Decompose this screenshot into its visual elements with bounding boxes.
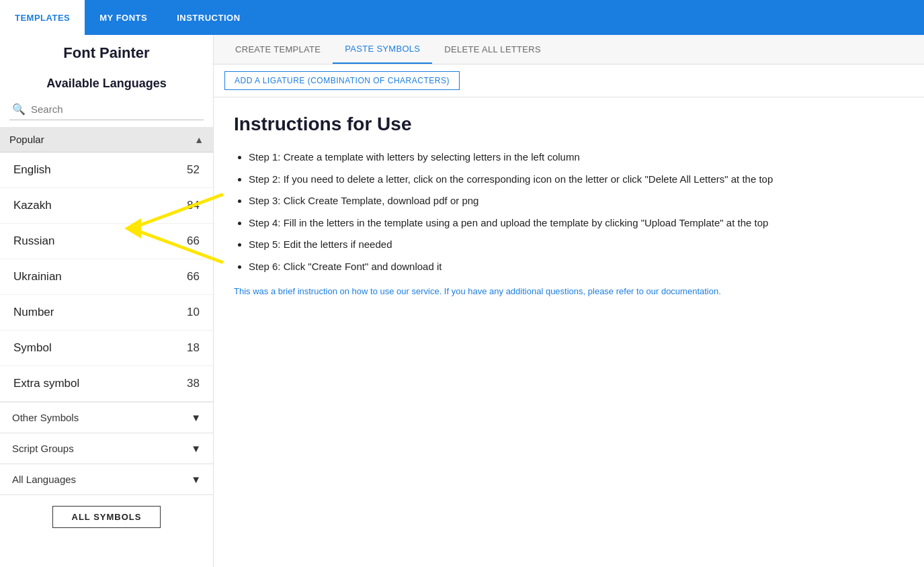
step-4: Step 4: Fill in the letters in the templ… [249, 216, 904, 231]
other-symbols-label: Other Symbols [12, 412, 79, 423]
lang-item-english[interactable]: English 52 [0, 152, 213, 188]
other-symbols-row[interactable]: Other Symbols ▼ [0, 402, 213, 433]
ligature-button[interactable]: ADD A LIGATURE (COMBINATION OF CHARACTER… [224, 71, 460, 90]
step-6: Step 6: Click "Create Font" and download… [249, 259, 904, 275]
lang-count-number: 10 [187, 306, 200, 319]
all-languages-row[interactable]: All Languages ▼ [0, 464, 213, 494]
chevron-up-icon: ▲ [194, 134, 204, 145]
all-languages-label: All Languages [12, 474, 76, 485]
lang-count-symbol: 18 [187, 341, 200, 355]
lang-item-symbol[interactable]: Symbol 18 [0, 331, 213, 366]
sidebar: Font Painter Available Languages 🔍 Popul… [0, 35, 214, 567]
main-content: CREATE TEMPLATE PASTE SYMBOLS DELETE ALL… [214, 35, 924, 567]
lang-count-english: 52 [187, 163, 200, 177]
lang-count-ukrainian: 66 [187, 270, 200, 284]
all-symbols-btn-container: ALL SYMBOLS [0, 494, 213, 537]
lang-item-russian[interactable]: Russian 66 [0, 224, 213, 259]
footer-note: This was a brief instruction on how to u… [234, 286, 904, 296]
nav-tab-myfonts[interactable]: MY FONTS [85, 0, 162, 35]
search-icon: 🔍 [12, 103, 26, 116]
search-box: 🔍 [9, 99, 204, 120]
lang-name-extra-symbol: Extra symbol [13, 377, 79, 390]
chevron-down-icon-all: ▼ [191, 474, 201, 485]
nav-tab-templates[interactable]: TEMPLATES [0, 0, 85, 35]
all-symbols-button[interactable]: ALL SYMBOLS [52, 506, 161, 528]
main-layout: Font Painter Available Languages 🔍 Popul… [0, 35, 924, 567]
sub-nav: CREATE TEMPLATE PASTE SYMBOLS DELETE ALL… [214, 35, 924, 64]
lang-name-ukrainian: Ukrainian [13, 270, 62, 284]
tab-paste-symbols[interactable]: PASTE SYMBOLS [333, 35, 432, 64]
lang-count-kazakh: 84 [187, 199, 200, 212]
script-groups-label: Script Groups [12, 443, 74, 454]
tab-delete-all-letters[interactable]: DELETE ALL LETTERS [432, 35, 553, 64]
step-3: Step 3: Click Create Template, download … [249, 193, 904, 209]
lang-count-extra-symbol: 38 [187, 377, 200, 390]
lang-name-russian: Russian [13, 234, 54, 248]
instructions-heading: Instructions for Use [234, 114, 904, 135]
chevron-down-icon-other: ▼ [191, 412, 201, 423]
lang-name-kazakh: Kazakh [13, 199, 52, 212]
nav-tab-instruction[interactable]: INSTRUCTION [162, 0, 255, 35]
tab-create-template[interactable]: CREATE TEMPLATE [223, 35, 333, 64]
chevron-down-icon-script: ▼ [191, 443, 201, 454]
lang-name-symbol: Symbol [13, 341, 52, 355]
steps-list: Step 1: Create a template with letters b… [234, 150, 904, 274]
sidebar-title: Available Languages [0, 64, 213, 99]
script-groups-row[interactable]: Script Groups ▼ [0, 433, 213, 464]
lang-name-english: English [13, 163, 51, 177]
step-1: Step 1: Create a template with letters b… [249, 150, 904, 165]
popular-section-label: Popular [9, 134, 44, 145]
app-title: Font Painter [0, 35, 213, 64]
content-area: Instructions for Use Step 1: Create a te… [214, 97, 924, 567]
lang-item-number[interactable]: Number 10 [0, 295, 213, 331]
step-5: Step 5: Edit the letters if needed [249, 237, 904, 253]
search-input[interactable] [31, 103, 201, 115]
lang-name-number: Number [13, 306, 54, 319]
lang-item-ukrainian[interactable]: Ukrainian 66 [0, 259, 213, 295]
top-nav: TEMPLATES MY FONTS INSTRUCTION [0, 0, 924, 35]
lang-count-russian: 66 [187, 234, 200, 248]
ligature-bar: ADD A LIGATURE (COMBINATION OF CHARACTER… [214, 64, 924, 97]
step-2: Step 2: If you need to delete a letter, … [249, 172, 904, 187]
lang-item-extra-symbol[interactable]: Extra symbol 38 [0, 366, 213, 402]
lang-item-kazakh[interactable]: Kazakh 84 [0, 188, 213, 224]
popular-section-header[interactable]: Popular ▲ [0, 127, 213, 152]
